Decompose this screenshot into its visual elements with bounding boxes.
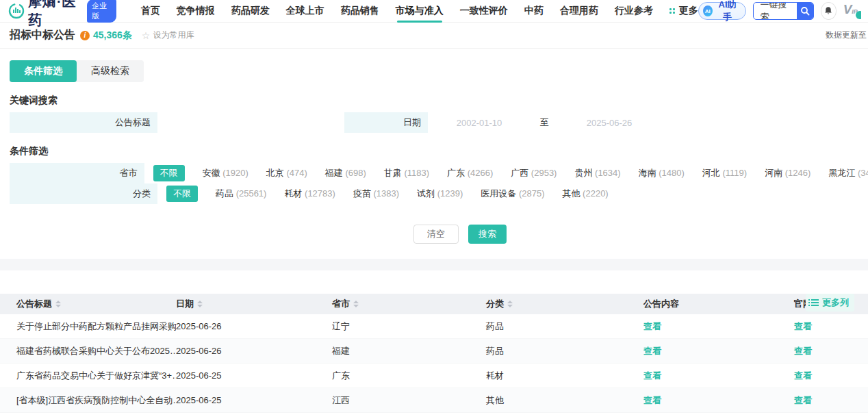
quick-search-button[interactable]: 一键搜索 xyxy=(753,2,813,20)
view-content-link[interactable]: 查看 xyxy=(643,395,661,405)
filter-rows: 省市不限安徽 (1920)北京 (474)福建 (698)甘肃 (1183)广东… xyxy=(0,163,868,204)
edition-badge: 企业版 xyxy=(87,0,116,23)
view-official-site-link[interactable]: 查看 xyxy=(794,395,812,405)
option-count: (12783) xyxy=(305,188,335,199)
star-icon[interactable]: ☆ xyxy=(142,30,151,41)
content-cell: 查看 xyxy=(643,345,794,357)
option-count: (1920) xyxy=(222,168,248,178)
date-end-input[interactable]: 2025-06-26 xyxy=(558,118,661,128)
filter-option[interactable]: 黑龙江 (343) xyxy=(828,167,868,179)
option-count: (2875) xyxy=(519,188,545,199)
table-body: 关于停止部分中药配方颗粒产品挂网采购…2025-06-26辽宁药品查看查看福建省… xyxy=(0,314,868,413)
sort-icon[interactable] xyxy=(55,301,61,307)
sort-icon[interactable] xyxy=(353,301,359,307)
option-count: (4266) xyxy=(468,168,494,178)
announcement-title-cell[interactable]: 福建省药械联合采购中心关于公布2025… xyxy=(16,345,176,357)
column-header[interactable]: 省市 xyxy=(332,298,486,310)
filter-option[interactable]: 贵州 (1634) xyxy=(574,167,620,179)
option-count: (2220) xyxy=(583,188,609,199)
date-cell: 2025-06-26 xyxy=(176,321,332,331)
filter-option[interactable]: 耗材 (12783) xyxy=(284,188,335,200)
filter-option[interactable]: 安徽 (1920) xyxy=(203,167,248,179)
table-header: 公告标题日期省市分类公告内容官网 xyxy=(0,294,868,314)
more-columns-button[interactable]: 更多列 xyxy=(806,294,854,312)
nav-item-more[interactable]: 更多 xyxy=(669,0,698,23)
filter-option[interactable]: 广西 (2953) xyxy=(511,167,557,179)
filter-option[interactable]: 河北 (1119) xyxy=(702,167,747,179)
top-nav-bar: 摩熵·医药 企业版 首页竞争情报药品研发全球上市药品销售市场与准入一致性评价中药… xyxy=(0,0,868,23)
filter-option[interactable]: 不限 xyxy=(153,165,185,181)
nav-item-drug-rd[interactable]: 药品研发 xyxy=(231,0,270,23)
content-cell: 查看 xyxy=(643,370,794,382)
nav-item-tcm[interactable]: 中药 xyxy=(524,0,544,23)
sort-icon[interactable] xyxy=(197,301,203,307)
filter-option[interactable]: 海南 (1480) xyxy=(639,167,685,179)
nav-item-market-access[interactable]: 市场与准入 xyxy=(396,0,444,23)
nav-item-consistency-eval[interactable]: 一致性评价 xyxy=(460,0,508,23)
province-cell: 江西 xyxy=(332,394,486,407)
view-official-site-link[interactable]: 查看 xyxy=(794,346,812,356)
ai-assistant-label: AI助手 xyxy=(716,0,739,23)
notification-bell-icon[interactable] xyxy=(821,2,837,20)
filter-option[interactable]: 北京 (474) xyxy=(266,167,307,179)
table-row: 关于停止部分中药配方颗粒产品挂网采购…2025-06-26辽宁药品查看查看 xyxy=(0,314,868,339)
nav-item-global-listing[interactable]: 全球上市 xyxy=(286,0,324,23)
view-content-link[interactable]: 查看 xyxy=(643,346,661,356)
filter-option[interactable]: 其他 (2220) xyxy=(562,188,608,200)
content-cell: 查看 xyxy=(643,320,794,333)
date-range-picker: 2002-01-10 至 2025-06-26 xyxy=(428,112,671,133)
column-header: 公告内容 xyxy=(643,298,794,310)
ai-assistant-button[interactable]: AI AI助手 xyxy=(698,2,747,20)
search-icon[interactable] xyxy=(797,2,813,20)
nav-item-rational-use[interactable]: 合理用药 xyxy=(560,0,598,23)
nav-item-competitive-intel[interactable]: 竞争情报 xyxy=(177,0,215,23)
option-count: (1183) xyxy=(404,168,429,178)
filter-option[interactable]: 广东 (4266) xyxy=(447,167,493,179)
view-content-link[interactable]: 查看 xyxy=(643,370,661,381)
nav-item-drug-sales[interactable]: 药品销售 xyxy=(341,0,379,23)
column-header[interactable]: 分类 xyxy=(486,298,643,310)
set-favorite-label[interactable]: 设为常用库 xyxy=(153,29,194,41)
clear-button[interactable]: 清空 xyxy=(413,225,459,244)
main-nav: 首页竞争情报药品研发全球上市药品销售市场与准入一致性评价中药合理用药行业参考更多 xyxy=(141,0,698,23)
column-header[interactable]: 日期 xyxy=(176,298,332,310)
action-row: 清空 搜索 xyxy=(0,225,868,244)
filter-option[interactable]: 疫苗 (1383) xyxy=(353,188,399,200)
tab-advanced-search[interactable]: 高级检索 xyxy=(77,60,144,82)
announcement-title-cell[interactable]: 关于停止部分中药配方颗粒产品挂网采购… xyxy=(16,320,176,333)
filter-option[interactable]: 试剂 (1239) xyxy=(417,188,463,200)
vip-badge[interactable]: VIP xyxy=(843,2,861,20)
sort-icon[interactable] xyxy=(507,301,513,307)
filter-option[interactable]: 河南 (1246) xyxy=(765,167,810,179)
category-label: 分类 xyxy=(10,183,157,204)
info-icon[interactable]: i xyxy=(80,31,90,40)
view-official-site-link[interactable]: 查看 xyxy=(794,370,812,381)
filter-option[interactable]: 医用设备 (2875) xyxy=(481,188,544,200)
option-count: (1480) xyxy=(659,168,685,178)
view-content-link[interactable]: 查看 xyxy=(643,321,661,331)
filter-option[interactable]: 药品 (25561) xyxy=(216,188,266,200)
date-start-input[interactable]: 2002-01-10 xyxy=(428,118,531,128)
column-header[interactable]: 公告标题 xyxy=(16,298,176,310)
announcement-title-input[interactable] xyxy=(157,112,340,133)
table-row: [省本级]江西省疾病预防控制中心全自动…2025-06-25江西其他查看查看 xyxy=(0,388,868,413)
keyword-search-section: 关键词搜索 公告标题 日期 2002-01-10 至 2025-06-26 xyxy=(0,94,868,133)
announcement-title-cell[interactable]: [省本级]江西省疾病预防控制中心全自动… xyxy=(16,394,176,407)
result-count: 45,366条 xyxy=(93,29,132,42)
tab-condition-filter[interactable]: 条件筛选 xyxy=(10,60,77,82)
option-count: (25561) xyxy=(236,188,267,199)
filter-option[interactable]: 福建 (698) xyxy=(325,167,366,179)
page-title-row: 招标中标公告 i 45,366条 ☆ 设为常用库 数据更新至 xyxy=(0,23,868,49)
announcement-title-cell[interactable]: 广东省药品交易中心关于做好京津冀“3+… xyxy=(16,370,176,382)
filter-option[interactable]: 甘肃 (1183) xyxy=(384,167,429,179)
province-cell: 广东 xyxy=(332,370,486,382)
more-columns-label: 更多列 xyxy=(822,296,849,309)
date-label: 日期 xyxy=(344,112,428,133)
filter-option[interactable]: 不限 xyxy=(166,186,198,202)
view-official-site-link[interactable]: 查看 xyxy=(794,321,812,331)
keyword-row: 公告标题 日期 2002-01-10 至 2025-06-26 xyxy=(10,112,868,133)
nav-item-industry-reference[interactable]: 行业参考 xyxy=(615,0,653,23)
content-cell: 查看 xyxy=(643,394,794,407)
search-button[interactable]: 搜索 xyxy=(468,225,507,244)
nav-item-home[interactable]: 首页 xyxy=(141,0,160,23)
